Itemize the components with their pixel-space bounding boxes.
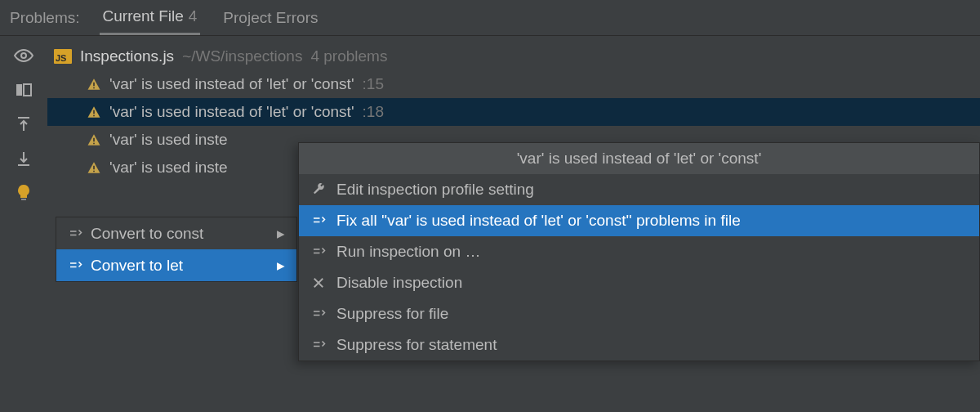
tab-current-file-count: 4	[189, 7, 198, 25]
problem-line: :18	[363, 103, 384, 121]
tab-project-errors[interactable]: Project Errors	[220, 0, 321, 35]
disable-inspection[interactable]: Disable inspection	[299, 267, 979, 298]
svg-rect-11	[93, 171, 95, 172]
tab-project-errors-label: Project Errors	[223, 9, 318, 27]
intention-icon	[310, 213, 327, 228]
suppress-for-file[interactable]: Suppress for file	[299, 298, 979, 329]
popup-label: Suppress for file	[336, 305, 448, 323]
collapse-icon[interactable]	[14, 149, 33, 168]
convert-to-let[interactable]: Convert to let ▸	[56, 249, 296, 281]
file-name: Inspections.js	[80, 47, 174, 65]
svg-rect-7	[93, 115, 95, 117]
tab-current-file-label: Current File	[103, 7, 184, 25]
file-path: ~/WS/inspections	[182, 47, 302, 65]
problem-text: 'var' is used inste	[109, 159, 228, 177]
svg-rect-1	[16, 84, 22, 96]
problem-line: :15	[363, 75, 384, 93]
popup-label: Run inspection on …	[336, 243, 480, 261]
expand-icon[interactable]	[14, 114, 33, 134]
run-inspection-on[interactable]: Run inspection on …	[299, 236, 979, 267]
popup-label: Edit inspection profile setting	[336, 181, 534, 199]
js-file-icon: JS	[54, 49, 72, 64]
chevron-right-icon: ▸	[277, 256, 285, 275]
intention-icon	[310, 244, 327, 259]
svg-rect-5	[93, 87, 95, 89]
intention-icon	[68, 226, 82, 241]
menu-label: Convert to let	[91, 257, 183, 275]
submenu-popup: 'var' is used instead of 'let' or 'const…	[298, 142, 980, 361]
svg-point-0	[21, 53, 26, 58]
svg-rect-9	[93, 143, 95, 145]
warning-icon	[87, 77, 101, 92]
layout-icon[interactable]	[14, 80, 33, 100]
fix-all-in-file[interactable]: Fix all ''var' is used instead of 'let' …	[299, 205, 979, 236]
intention-icon	[68, 258, 82, 273]
problem-row[interactable]: 'var' is used instead of 'let' or 'const…	[47, 70, 980, 98]
tabs-label: Problems:	[10, 9, 80, 27]
popup-label: Suppress for statement	[336, 336, 497, 354]
tab-current-file[interactable]: Current File 4	[100, 0, 201, 35]
menu-label: Convert to const	[91, 225, 203, 243]
svg-rect-3	[21, 199, 26, 200]
edit-inspection-profile[interactable]: Edit inspection profile setting	[299, 174, 979, 205]
intention-icon	[310, 338, 327, 352]
close-icon	[310, 275, 327, 290]
svg-rect-2	[24, 84, 31, 96]
eye-icon[interactable]	[14, 46, 33, 65]
intention-icon	[310, 307, 327, 321]
problem-text: 'var' is used inste	[109, 131, 228, 149]
convert-to-const[interactable]: Convert to const ▸	[56, 217, 296, 249]
svg-rect-8	[93, 138, 95, 142]
file-header[interactable]: JS Inspections.js ~/WS/inspections 4 pro…	[47, 43, 980, 70]
problems-count: 4 problems	[310, 47, 387, 65]
problem-text: 'var' is used instead of 'let' or 'const…	[109, 75, 354, 93]
warning-icon	[87, 132, 101, 147]
suppress-for-statement[interactable]: Suppress for statement	[299, 329, 979, 360]
svg-rect-10	[93, 166, 95, 170]
problem-text: 'var' is used instead of 'let' or 'const…	[109, 103, 354, 121]
wrench-icon	[310, 182, 327, 197]
problem-row[interactable]: 'var' is used instead of 'let' or 'const…	[47, 98, 980, 126]
svg-rect-6	[93, 110, 95, 114]
warning-icon	[87, 105, 101, 119]
popup-title: 'var' is used instead of 'let' or 'const…	[299, 143, 979, 174]
popup-label: Fix all ''var' is used instead of 'let' …	[336, 212, 741, 230]
popup-label: Disable inspection	[336, 274, 462, 292]
warning-icon	[87, 160, 101, 175]
chevron-right-icon: ▸	[277, 224, 285, 243]
bulb-icon[interactable]	[14, 183, 33, 203]
quickfix-menu: Convert to const ▸ Convert to let ▸	[56, 217, 297, 282]
problems-tabs: Problems: Current File 4 Project Errors	[0, 0, 980, 36]
svg-rect-4	[93, 83, 95, 87]
sidebar	[0, 36, 47, 412]
